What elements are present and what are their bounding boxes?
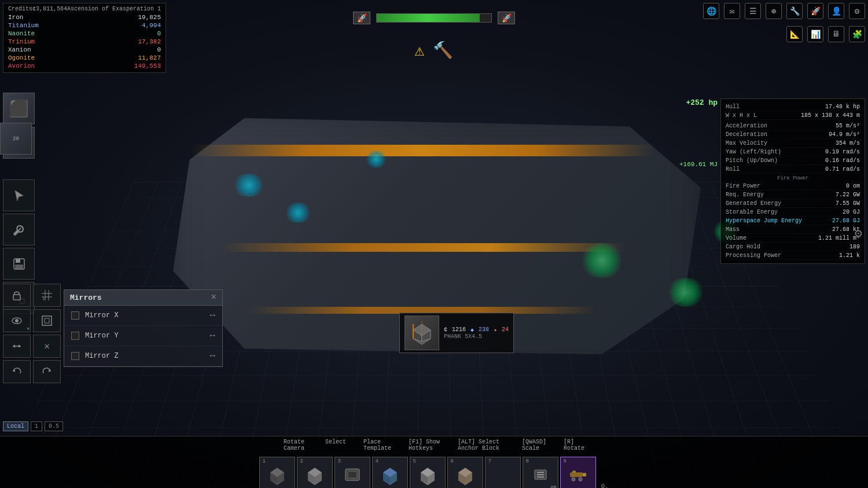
slot-2-number: 2 bbox=[300, 458, 303, 464]
hotbar-slot-3[interactable]: 3 bbox=[334, 457, 370, 488]
cargo-label: Cargo Hold bbox=[726, 244, 760, 250]
block-cost-row: ¢ 1216 ◆ 238 ✦ 24 bbox=[444, 326, 509, 333]
slot-6-icon bbox=[455, 464, 476, 485]
stats-row-decel: Deceleration 94.9 m/s² bbox=[726, 130, 860, 139]
map-icon[interactable]: 🌐 bbox=[703, 3, 719, 19]
yaw-value: 0.19 rad/s bbox=[825, 149, 860, 155]
coord-local-btn[interactable]: Local bbox=[3, 421, 28, 431]
warning-area: ⚠ 🔨 bbox=[415, 41, 454, 60]
reqenergy-value: 7.22 GW bbox=[836, 192, 860, 198]
mirrors-close-button[interactable]: × bbox=[211, 293, 216, 302]
block-stats-info: ¢ 1216 ◆ 238 ✦ 24 PHANK 5X4.5 bbox=[444, 326, 509, 340]
tool-save[interactable] bbox=[3, 248, 35, 280]
stats-row-maxv: Max Velocity 354 m/s bbox=[726, 139, 860, 148]
hint-alt: [ALT] Select Anchor Block bbox=[458, 439, 505, 452]
x-label: ✕ bbox=[44, 340, 50, 352]
tool-grid[interactable]: 1 bbox=[33, 284, 61, 307]
tool-undo[interactable] bbox=[3, 360, 31, 383]
mirror-z-checkbox[interactable] bbox=[71, 352, 79, 360]
cargo-value: 189 bbox=[849, 244, 860, 250]
pitch-value: 0.16 rad/s bbox=[825, 157, 860, 164]
block-mini-render bbox=[404, 315, 439, 350]
hotbar-slot-2[interactable]: 2 bbox=[297, 457, 333, 488]
mirror-x-row: Mirror X ↔ bbox=[64, 306, 222, 326]
svg-point-15 bbox=[15, 319, 19, 322]
tool-x[interactable]: ✕ bbox=[33, 335, 61, 358]
hp-change-label: +252 hp bbox=[686, 98, 718, 107]
modules-icon[interactable]: 🧩 bbox=[849, 26, 865, 42]
tool-redo[interactable] bbox=[33, 360, 61, 383]
tool-snap-toggle[interactable] bbox=[33, 309, 61, 332]
hotbar-slot-8[interactable]: 8 40 bbox=[523, 457, 558, 488]
mirror-y-checkbox[interactable] bbox=[71, 332, 79, 340]
stats-row-storable: Storable Energy 20 GJ bbox=[726, 208, 860, 217]
storable-value: 20 GJ bbox=[843, 209, 860, 215]
hotbar-slot-9[interactable]: 9 bbox=[560, 457, 596, 488]
build-icon[interactable]: 🔧 bbox=[786, 3, 803, 19]
stats-icon[interactable]: 📊 bbox=[807, 26, 823, 42]
slot-1-number: 1 bbox=[262, 458, 265, 464]
block-trinium-value: 24 bbox=[502, 326, 509, 333]
tool-wrench[interactable] bbox=[3, 214, 35, 245]
coord-half-btn[interactable]: 0.5 bbox=[45, 421, 63, 431]
hint-rotate: Rotate Camera bbox=[284, 439, 308, 452]
menu-icon[interactable]: ☰ bbox=[745, 3, 761, 19]
maxv-value: 354 m/s bbox=[836, 140, 860, 146]
hotbar-slot-4[interactable]: 4 bbox=[372, 457, 408, 488]
blueprint-icon[interactable]: 📐 bbox=[786, 26, 803, 42]
firepower-label: Fire Power bbox=[726, 183, 760, 189]
bottom-bar: Rotate Camera Select Place Template [F1]… bbox=[0, 436, 868, 488]
tool-eye[interactable]: ✕ bbox=[3, 309, 31, 332]
block-iron-value: 238 bbox=[479, 326, 489, 333]
session-name: Ascension of Exasperation 1 bbox=[67, 6, 161, 12]
mirror-y-label: Mirror Y bbox=[85, 332, 204, 340]
top-right-nav-2: 📐 📊 🖥 🧩 bbox=[786, 26, 865, 42]
gear-button[interactable]: ⚙ bbox=[855, 226, 862, 241]
mirror-x-checkbox[interactable] bbox=[71, 311, 79, 320]
mail-icon[interactable]: ✉ bbox=[724, 3, 740, 19]
slot-6-number: 6 bbox=[450, 458, 453, 464]
slot-9-icon bbox=[568, 464, 589, 485]
dims-label: W x H x L bbox=[726, 112, 757, 119]
tool-row-4 bbox=[3, 360, 67, 383]
tool-pointer[interactable] bbox=[3, 179, 35, 211]
hyperspace-label: Hyperspace Jump Energy bbox=[726, 218, 802, 224]
top-right-nav: 🌐 ✉ ☰ ⊕ 🔧 🚀 👤 ⚙ bbox=[703, 3, 865, 19]
flight-icon[interactable]: 🚀 bbox=[807, 3, 823, 19]
svg-marker-0 bbox=[15, 190, 23, 201]
block-trinium-icon: ✦ bbox=[494, 326, 497, 333]
mass-label: Mass bbox=[726, 226, 740, 233]
tool-lock[interactable] bbox=[3, 284, 31, 307]
svg-rect-57 bbox=[572, 471, 576, 473]
tool-row-1: 1 bbox=[3, 284, 67, 307]
mirrors-title: Mirrors bbox=[70, 293, 102, 302]
tool-row-2: ✕ bbox=[3, 309, 67, 332]
hotbar-slot-5[interactable]: 5 bbox=[410, 457, 446, 488]
avorion-label: Avorion bbox=[8, 63, 35, 69]
settings-icon[interactable]: ⚙ bbox=[849, 3, 865, 19]
glow-accent-3 bbox=[365, 151, 388, 168]
stats-row-hyperspace: Hyperspace Jump Energy 27.68 GJ bbox=[726, 217, 860, 225]
iron-label: Iron bbox=[8, 14, 23, 21]
hotbar-slot-1[interactable]: 1 bbox=[259, 457, 295, 488]
ship-icon-left: 🚀 bbox=[353, 12, 370, 24]
health-bar bbox=[376, 13, 492, 23]
target-icon[interactable]: ⊕ bbox=[766, 3, 782, 19]
svg-rect-2 bbox=[16, 259, 20, 263]
screen-icon[interactable]: 🖥 bbox=[828, 26, 844, 42]
dims-value: 185 x 138 x 443 m bbox=[801, 112, 860, 119]
tool-arrows[interactable] bbox=[3, 335, 31, 358]
xanion-label: Xanion bbox=[8, 46, 31, 53]
roll-value: 0.71 rad/s bbox=[825, 166, 860, 173]
hotbar-slot-7[interactable]: 7 bbox=[485, 457, 521, 488]
svg-rect-3 bbox=[15, 265, 23, 269]
block-size-row: PHANK 5X4.5 bbox=[444, 333, 509, 340]
maxv-label: Max Velocity bbox=[726, 140, 767, 146]
credits-label: Credits bbox=[8, 6, 32, 12]
coord-1-btn[interactable]: 1 bbox=[31, 421, 42, 431]
block-thumb-armor[interactable]: 🟫 20 bbox=[3, 127, 35, 159]
hotbar-slot-6[interactable]: 6 bbox=[447, 457, 483, 488]
block-thumb-hull[interactable]: ⬛ bbox=[3, 93, 35, 124]
crew-icon[interactable]: 👤 bbox=[828, 3, 844, 19]
svg-rect-8 bbox=[13, 295, 20, 300]
